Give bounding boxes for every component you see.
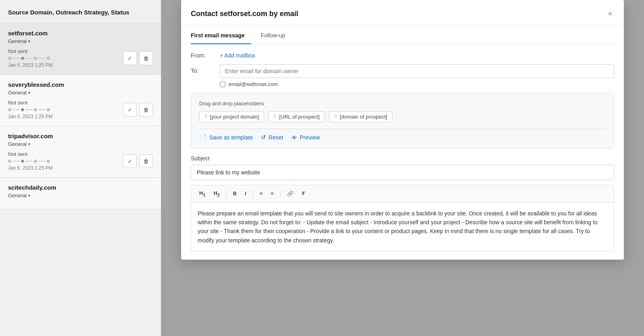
template-toolbar: 📄 Save as template ↺ Reset 👁 Preview [199, 134, 606, 141]
progress-line [25, 109, 33, 110]
placeholder-tag-3[interactable]: [domain of prospect] [329, 111, 392, 122]
modal-dialog: Contact setforset.com by email × First e… [181, 0, 624, 260]
progress-line [12, 58, 20, 59]
reset-button[interactable]: ↺ Reset [261, 134, 283, 141]
preview-icon: 👁 [291, 134, 297, 141]
email-editor: H1 H2 B I ≡ ≡ 🔗 T Please prepare an emai… [191, 185, 614, 252]
sidebar-date-2: Jan 6, 2023 1:25 PM [8, 114, 53, 119]
chevron-down-icon: ▾ [28, 90, 30, 95]
clear-format-button[interactable]: T [298, 189, 308, 198]
chevron-down-icon: ▾ [28, 39, 30, 43]
toolbar-divider [226, 190, 227, 198]
sidebar-category-3[interactable]: General ▾ [8, 141, 153, 147]
progress-dot [8, 57, 11, 60]
sidebar-header: Source Domain, Outreach Strategy, Status [0, 0, 161, 23]
progress-dot [47, 108, 50, 111]
chevron-down-icon: ▾ [28, 142, 30, 146]
italic-button[interactable]: I [242, 189, 250, 198]
sidebar-actions-2: ✓ 🗑 [123, 103, 153, 117]
progress-bar-2 [8, 108, 53, 111]
progress-dot [34, 160, 37, 163]
divider [199, 129, 606, 129]
ordered-list-button[interactable]: ≡ [256, 189, 266, 198]
save-template-icon: 📄 [199, 134, 207, 141]
sidebar-date-1: Jan 6, 2023 1:25 PM [8, 62, 53, 68]
delete-button-3[interactable]: 🗑 [139, 154, 153, 168]
to-email-input[interactable] [220, 64, 614, 78]
from-row: From: + Add mailbox [191, 52, 614, 59]
sidebar-domain-1: setforset.com [8, 30, 153, 37]
progress-bar-3 [8, 160, 53, 163]
sidebar: Source Domain, Outreach Strategy, Status… [0, 0, 161, 336]
progress-line [25, 58, 33, 59]
list-item[interactable]: scitechdaily.com General ▾ [0, 178, 161, 209]
progress-dot [21, 108, 24, 111]
from-label: From: [191, 52, 215, 59]
sidebar-status-row-2: Not sent Jan 6, 2023 1:25 PM ✓ 🗑 [8, 100, 153, 119]
status-badge-1: Not sent [8, 48, 53, 54]
bold-button[interactable]: B [230, 189, 240, 198]
progress-line [12, 109, 20, 110]
progress-line [12, 161, 20, 162]
subject-input[interactable] [191, 165, 614, 180]
to-field-wrapper: email@setforset.com [220, 64, 614, 87]
list-item[interactable]: tripadvisor.com General ▾ Not sent Jan 6… [0, 126, 161, 178]
sidebar-domain-4: scitechdaily.com [8, 184, 153, 191]
heading2-button[interactable]: H2 [210, 188, 223, 199]
placeholder-tag-1[interactable]: [your project domain] [199, 111, 264, 122]
check-button-2[interactable]: ✓ [123, 103, 137, 117]
save-as-template-button[interactable]: 📄 Save as template [199, 134, 253, 141]
chevron-down-icon: ▾ [28, 193, 30, 198]
tab-followup[interactable]: Follow-up [261, 27, 292, 44]
toolbar-divider [280, 190, 281, 198]
sidebar-status-row-3: Not sent Jan 6, 2023 1:25 PM ✓ 🗑 [8, 151, 153, 171]
sidebar-actions-1: ✓ 🗑 [123, 51, 153, 65]
sidebar-header-title: Source Domain, Outreach Strategy, Status [8, 8, 153, 16]
progress-dot [34, 57, 37, 60]
progress-dot [47, 57, 50, 60]
sidebar-status-row-1: Not sent Jan 6, 2023 1:25 PM ✓ 🗑 [8, 48, 153, 68]
delete-button-2[interactable]: 🗑 [139, 103, 153, 117]
progress-line [25, 161, 33, 162]
sidebar-category-4[interactable]: General ▾ [8, 193, 153, 199]
progress-dot [8, 160, 11, 163]
progress-line [38, 161, 45, 162]
toolbar-divider [253, 190, 253, 198]
add-mailbox-button[interactable]: + Add mailbox [220, 52, 255, 59]
list-item[interactable]: soveryblessed.com General ▾ Not sent Jan… [0, 75, 161, 126]
progress-line [38, 58, 45, 59]
list-item[interactable]: setforset.com General ▾ Not sent Jan 6, … [0, 23, 161, 75]
drag-drop-title: Drag and drop placeholders [199, 100, 606, 107]
modal-header: Contact setforset.com by email × [181, 0, 624, 26]
heading1-button[interactable]: H1 [196, 188, 208, 199]
check-button-1[interactable]: ✓ [123, 51, 137, 65]
modal-title: Contact setforset.com by email [191, 10, 298, 18]
placeholders-row: [your project domain] [URL of prospect] … [199, 111, 606, 122]
sidebar-domain-3: tripadvisor.com [8, 133, 153, 139]
close-button[interactable]: × [606, 8, 614, 19]
email-checkbox[interactable] [220, 82, 225, 87]
sidebar-category-2[interactable]: General ▾ [8, 90, 153, 96]
modal-body: From: + Add mailbox To: email@setforset.… [181, 44, 624, 260]
sidebar-actions-3: ✓ 🗑 [123, 154, 153, 168]
sidebar-category-1[interactable]: General ▾ [8, 38, 153, 44]
unordered-list-button[interactable]: ≡ [267, 189, 277, 198]
progress-dot [8, 108, 11, 111]
sidebar-domain-2: soveryblessed.com [8, 81, 153, 88]
tab-bar: First email message Follow-up [181, 26, 624, 44]
delete-button-1[interactable]: 🗑 [139, 51, 153, 65]
email-checkbox-label: email@setforset.com [229, 81, 278, 87]
check-button-3[interactable]: ✓ [123, 154, 137, 168]
progress-line [38, 109, 45, 110]
progress-dot [21, 57, 24, 60]
tab-first-email[interactable]: First email message [191, 27, 251, 44]
editor-content[interactable]: Please prepare an email template that yo… [191, 203, 614, 252]
placeholder-tag-2[interactable]: [URL of prospect] [268, 111, 325, 122]
to-row: To: email@setforset.com [191, 64, 614, 87]
email-checkbox-row: email@setforset.com [220, 81, 614, 87]
reset-icon: ↺ [261, 134, 266, 141]
link-button[interactable]: 🔗 [284, 189, 297, 198]
preview-button[interactable]: 👁 Preview [291, 134, 320, 141]
progress-dot [47, 160, 50, 163]
to-label: To: [191, 64, 215, 74]
